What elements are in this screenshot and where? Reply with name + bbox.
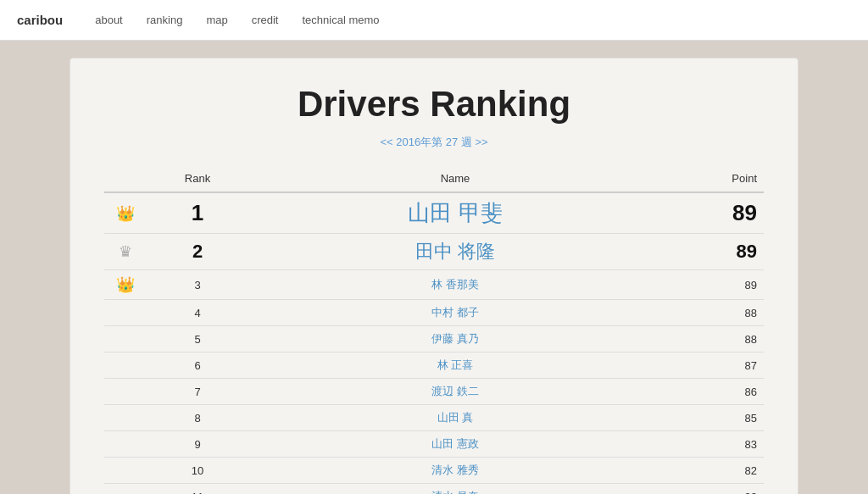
driver-point: 83 [662, 431, 764, 458]
rank-number: 5 [147, 326, 248, 352]
rank-icon-cell [104, 300, 147, 326]
table-header-row: Rank Name Point [104, 167, 764, 192]
rank-column-header: Rank [147, 167, 248, 192]
rank-number: 9 [147, 431, 248, 458]
driver-name[interactable]: 中村 都子 [248, 300, 662, 326]
rank-number: 7 [147, 379, 248, 405]
main-wrapper: Drivers Ranking << 2016年第 27 週 >> Rank N… [0, 41, 868, 494]
navbar: caribou about ranking map credit technic… [0, 0, 868, 41]
rank-number: 1 [147, 192, 248, 234]
nav-link-map[interactable]: map [206, 14, 227, 26]
rank-icon-cell [104, 405, 147, 431]
table-row: ♛2田中 将隆89 [104, 234, 764, 270]
nav-link-technical-memo[interactable]: technical memo [302, 14, 379, 26]
brand-logo[interactable]: caribou [17, 13, 63, 27]
ranking-tbody: 👑1山田 甲斐89♛2田中 将隆89👑3林 香那美894中村 都子885伊藤 真… [104, 192, 764, 494]
nav-link-about[interactable]: about [95, 14, 123, 26]
name-column-header: Name [248, 167, 662, 192]
content-box: Drivers Ranking << 2016年第 27 週 >> Rank N… [70, 58, 798, 494]
driver-point: 82 [662, 484, 764, 495]
rank-number: 10 [147, 458, 248, 484]
rank-icon-cell: ♛ [104, 234, 147, 270]
table-row: 10清水 雅秀82 [104, 458, 764, 484]
nav-link-ranking[interactable]: ranking [147, 14, 183, 26]
rank-icon-cell: 👑 [104, 192, 147, 234]
driver-point: 87 [662, 352, 764, 379]
table-row: 6林 正喜87 [104, 352, 764, 379]
table-row: 4中村 都子88 [104, 300, 764, 326]
week-navigation[interactable]: << 2016年第 27 週 >> [104, 135, 764, 150]
driver-name[interactable]: 山田 憲政 [248, 431, 662, 458]
rank-number: 3 [147, 270, 248, 300]
driver-name[interactable]: 林 正喜 [248, 352, 662, 379]
driver-point: 89 [662, 234, 764, 270]
driver-point: 85 [662, 405, 764, 431]
rank-icon-cell [104, 379, 147, 405]
rank-number: 6 [147, 352, 248, 379]
rank-icon-cell [104, 431, 147, 458]
nav-link-credit[interactable]: credit [252, 14, 279, 26]
rank-icon-cell [104, 484, 147, 495]
driver-point: 82 [662, 458, 764, 484]
table-row: 9山田 憲政83 [104, 431, 764, 458]
driver-name[interactable]: 山田 甲斐 [248, 192, 662, 234]
page-title: Drivers Ranking [104, 84, 764, 125]
driver-name[interactable]: 山田 真 [248, 405, 662, 431]
driver-name[interactable]: 伊藤 真乃 [248, 326, 662, 352]
driver-point: 88 [662, 300, 764, 326]
rank-icon-cell: 👑 [104, 270, 147, 300]
table-row: 8山田 真85 [104, 405, 764, 431]
rank-icon-cell [104, 326, 147, 352]
icon-column-header [104, 167, 147, 192]
table-row: 5伊藤 真乃88 [104, 326, 764, 352]
driver-point: 89 [662, 270, 764, 300]
driver-point: 89 [662, 192, 764, 234]
driver-point: 88 [662, 326, 764, 352]
driver-name[interactable]: 清水 昌奈 [248, 484, 662, 495]
driver-name[interactable]: 田中 将隆 [248, 234, 662, 270]
rank-number: 4 [147, 300, 248, 326]
point-column-header: Point [662, 167, 764, 192]
driver-name[interactable]: 渡辺 鉄二 [248, 379, 662, 405]
table-row: 7渡辺 鉄二86 [104, 379, 764, 405]
driver-name[interactable]: 林 香那美 [248, 270, 662, 300]
ranking-table: Rank Name Point 👑1山田 甲斐89♛2田中 将隆89👑3林 香那… [104, 167, 764, 494]
table-row: 👑1山田 甲斐89 [104, 192, 764, 234]
driver-point: 86 [662, 379, 764, 405]
table-row: 11清水 昌奈82 [104, 484, 764, 495]
driver-name[interactable]: 清水 雅秀 [248, 458, 662, 484]
rank-icon-cell [104, 458, 147, 484]
rank-icon-cell [104, 352, 147, 379]
table-row: 👑3林 香那美89 [104, 270, 764, 300]
rank-number: 8 [147, 405, 248, 431]
rank-number: 2 [147, 234, 248, 270]
rank-number: 11 [147, 484, 248, 495]
